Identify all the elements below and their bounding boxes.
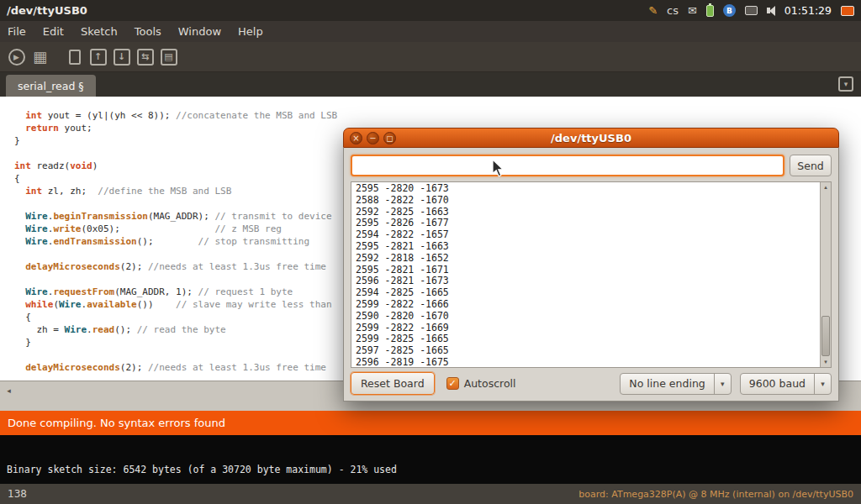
serial-monitor-window: /dev/ttyUSB0 × − ◻ Send 2595 -2820 -1673…: [343, 128, 839, 402]
upload-icon: ⇆: [137, 49, 154, 66]
serial-line: 2594 -2825 -1665: [356, 287, 818, 299]
serial-send-input[interactable]: [351, 155, 784, 176]
autoscroll-label: Autoscroll: [464, 377, 516, 390]
upload-button[interactable]: ⇆: [135, 46, 156, 68]
menu-window[interactable]: Window: [170, 21, 230, 42]
serial-line: 2592 -2818 -1652: [356, 253, 818, 265]
serial-line: 2594 -2822 -1657: [356, 229, 818, 241]
cursor-line-number: 138: [8, 488, 27, 500]
serial-line: 2590 -2820 -1670: [356, 311, 818, 323]
battery-icon[interactable]: [706, 5, 714, 17]
stop-button[interactable]: ▦: [29, 46, 50, 68]
bluetooth-icon[interactable]: B: [723, 4, 736, 17]
volume-icon[interactable]: [767, 6, 775, 16]
serial-line: 2599 -2822 -1666: [356, 299, 818, 311]
serial-line: 2595 -2820 -1673: [356, 183, 818, 195]
close-icon: ×: [352, 134, 359, 143]
close-button[interactable]: ×: [350, 132, 362, 144]
serial-line: 2596 -2821 -1673: [356, 276, 818, 287]
autoscroll-checkbox[interactable]: ✓: [446, 377, 459, 390]
compile-status-bar: Done compiling. No syntax errors found: [0, 411, 861, 435]
line-ending-select[interactable]: No line ending ▾: [620, 373, 731, 395]
serial-scrollbar[interactable]: ▴ ▾: [820, 182, 831, 367]
code-line: int yout = (yl|(yh << 8)); //concatenate…: [14, 109, 861, 122]
stop-icon: ▦: [33, 50, 47, 65]
menu-bar: File Edit Sketch Tools Window Help: [0, 21, 861, 42]
serial-line: 2596 -2819 -1675: [356, 357, 818, 366]
open-icon: ↑: [90, 49, 107, 66]
window-buttons: × − ◻: [344, 132, 396, 144]
footer-status-bar: 138 board: ATmega328P(A) @ 8 MHz (intern…: [0, 484, 861, 504]
session-menu-icon[interactable]: [841, 6, 854, 16]
mail-icon[interactable]: ✉: [688, 4, 697, 17]
chevron-down-icon: ▾: [814, 374, 831, 394]
scroll-up-icon[interactable]: ▴: [821, 182, 831, 192]
check-icon: ✓: [449, 378, 457, 389]
serial-output-area[interactable]: 2595 -2820 -16732588 -2822 -16702592 -28…: [351, 181, 832, 368]
hscroll-left-icon: ◂: [7, 386, 11, 395]
scrollbar-thumb[interactable]: [821, 316, 830, 356]
top-panel: /dev/ttyUSB0 ✎ cs ✉ B 01:51:29: [0, 0, 861, 21]
scroll-down-icon[interactable]: ▾: [821, 357, 831, 367]
console-output: Binary sketch size: 6542 bytes (of a 307…: [7, 464, 397, 475]
build-console: Binary sketch size: 6542 bytes (of a 307…: [0, 435, 861, 484]
verify-button[interactable]: ▶: [6, 46, 27, 68]
minimize-icon: −: [369, 134, 376, 143]
menu-sketch[interactable]: Sketch: [72, 21, 126, 42]
maximize-icon: ◻: [386, 134, 393, 143]
notes-icon[interactable]: ✎: [648, 4, 658, 17]
menu-tools[interactable]: Tools: [126, 21, 170, 42]
serial-monitor-controls: Reset Board ✓ Autoscroll No line ending …: [351, 372, 832, 395]
line-ending-value: No line ending: [621, 374, 713, 394]
verify-icon: ▶: [8, 49, 25, 66]
serial-output: 2595 -2820 -16732588 -2822 -16702592 -28…: [356, 183, 818, 366]
maximize-button[interactable]: ◻: [383, 132, 396, 144]
baud-rate-value: 9600 baud: [741, 374, 814, 394]
keyboard-layout-indicator[interactable]: cs: [667, 4, 679, 17]
serial-monitor-titlebar[interactable]: /dev/ttyUSB0 × − ◻: [343, 128, 839, 148]
board-info: board: ATmega328P(A) @ 8 MHz (internal) …: [578, 489, 853, 500]
open-button[interactable]: ↑: [87, 46, 108, 68]
clock[interactable]: 01:51:29: [784, 4, 832, 17]
menu-help[interactable]: Help: [230, 21, 272, 42]
baud-rate-select[interactable]: 9600 baud ▾: [740, 373, 832, 395]
save-button[interactable]: ↓: [111, 46, 132, 68]
serial-line: 2588 -2822 -1670: [356, 195, 818, 207]
serial-line: 2592 -2825 -1663: [356, 207, 818, 218]
desktop: /dev/ttyUSB0 ✎ cs ✉ B 01:51:29 File Edit…: [0, 0, 861, 504]
serial-line: 2599 -2825 -1665: [356, 333, 818, 345]
volume-icon-cone: [769, 6, 775, 16]
system-tray: ✎ cs ✉ B 01:51:29: [648, 4, 861, 17]
chevron-down-icon: ▾: [714, 374, 731, 394]
hscroll-left-button[interactable]: ◂: [3, 385, 15, 396]
menu-edit[interactable]: Edit: [34, 21, 72, 42]
network-icon[interactable]: [745, 6, 758, 15]
new-sketch-icon: [69, 50, 81, 65]
send-button[interactable]: Send: [790, 155, 832, 176]
compile-status-message: Done compiling. No syntax errors found: [8, 417, 225, 429]
serial-input-row: Send: [351, 155, 832, 176]
serial-line: 2595 -2821 -1671: [356, 265, 818, 276]
serial-line: 2599 -2822 -1669: [356, 323, 818, 334]
tab-menu-icon: ▾: [844, 80, 848, 88]
tab-menu-button[interactable]: ▾: [838, 76, 853, 92]
minimize-button[interactable]: −: [367, 132, 379, 144]
serial-line: 2595 -2821 -1663: [356, 241, 818, 253]
save-icon: ↓: [114, 49, 130, 66]
new-sketch-button[interactable]: [64, 46, 85, 68]
serial-line: 2597 -2825 -1665: [356, 345, 818, 357]
menu-file[interactable]: File: [0, 21, 34, 42]
serial-monitor-button[interactable]: ▤: [158, 46, 179, 68]
panel-window-title: /dev/ttyUSB0: [0, 4, 87, 17]
reset-board-button[interactable]: Reset Board: [351, 372, 435, 395]
tab-bar: serial_read § ▾: [0, 72, 861, 97]
serial-monitor-icon: ▤: [161, 49, 177, 66]
tab-serial-read[interactable]: serial_read §: [6, 75, 96, 97]
serial-line: 2595 -2826 -1677: [356, 218, 818, 229]
serial-monitor-body: Send 2595 -2820 -16732588 -2822 -1670259…: [343, 148, 839, 402]
toolbar: ▶ ▦ ↑ ↓ ⇆ ▤: [0, 42, 861, 72]
serial-monitor-title: /dev/ttyUSB0: [344, 132, 838, 144]
